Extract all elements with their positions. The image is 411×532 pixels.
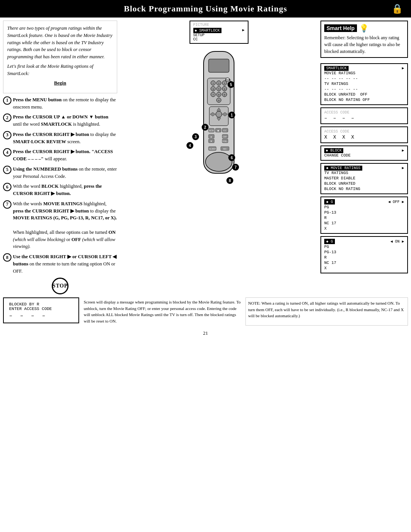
svg-text:1: 1 — [212, 82, 214, 85]
intro-paragraph1: There are two types of program ratings w… — [7, 25, 113, 61]
block-no-rating-row: BLOCK NO RATING OFF — [324, 97, 404, 102]
svg-text:6: 6 — [224, 88, 225, 91]
svg-text:3: 3 — [224, 82, 225, 85]
step-6-number: 6 — [3, 183, 11, 191]
block-highlighted: ◆ BLOCK — [324, 148, 343, 153]
pg13-rating-on: PG-13 — [324, 249, 404, 255]
step-5-text: Using the NUMBERED buttons on the remote… — [13, 166, 117, 180]
g-rating-hl-off: ◆ G — [324, 199, 335, 204]
svg-text:5: 5 — [218, 88, 220, 91]
smartlock-screen-title: SMARTLOCK — [324, 66, 349, 71]
movie-ratings-dashes: -- -- -- -- -- — [324, 76, 404, 81]
svg-rect-1 — [209, 59, 229, 72]
r-rating-off: R — [324, 215, 404, 220]
nc17-rating-on: NC 17 — [324, 260, 404, 265]
access-code-x-label: ACCESS CODE — [324, 129, 404, 134]
step-5-number: 5 — [3, 166, 11, 174]
block-unrated-row: BLOCK UNRATED OFF — [324, 92, 404, 97]
smart-help-box: Smart Help 💡 Remember: Selecting to bloc… — [320, 21, 408, 58]
ratings-g-on-screen: ◆ G ◀ ON ▶ PG PG-13 R NC 17 X — [320, 236, 408, 273]
step-overlay-6: 6 — [228, 154, 235, 161]
tv-ratings-item: TV RATINGS — [324, 170, 404, 176]
lightbulb-icon: 💡 — [359, 24, 369, 33]
svg-point-30 — [216, 111, 222, 117]
blocked-screen: BLOCKED BY R ENTER ACCESS CODE – – – – — [3, 297, 79, 323]
access-code-x-value: X X X X — [324, 134, 404, 141]
change-code-row: CHANGE CODE — [324, 153, 404, 158]
step-8: 8 Use the CURSOR RIGHT ▶ or CURSOR LEFT … — [3, 253, 117, 275]
smartlock-arrow: ▶ — [402, 66, 404, 70]
bottom-screen-area: BLOCKED BY R ENTER ACCESS CODE – – – – — [3, 297, 79, 326]
step-7: 7 With the words MOVIE RATINGS highlight… — [3, 200, 117, 250]
svg-text:▼: ▼ — [210, 140, 212, 142]
cc-label: CC — [193, 37, 245, 42]
x-rating-off: X — [324, 226, 404, 231]
svg-text:7: 7 — [212, 93, 214, 96]
svg-text:MU: MU — [223, 148, 227, 150]
movie-ratings-arrow: ▶ — [402, 166, 404, 170]
setup-label: SETUP — [193, 33, 245, 37]
blocked-by-line: BLOCKED BY R — [9, 302, 73, 307]
svg-text:2: 2 — [218, 82, 220, 85]
bottom-note-right: NOTE: When a rating is turned ON, all hi… — [245, 297, 408, 326]
left-column: There are two types of program ratings w… — [3, 21, 117, 294]
step-4-number: 4 — [3, 148, 11, 157]
middle-column: PICTURE ◆ SMARTLOCK ▶ SETUP CC 1 2 — [120, 21, 317, 294]
remote-diagram: 1 2 3 PWR 4 5 6 7 8 9 0 — [183, 48, 255, 209]
page-number: 21 — [0, 329, 411, 338]
lock-icon: 🔒 — [392, 3, 403, 14]
step-4-text: Press the CURSOR RIGHT ▶ button. "ACCESS… — [13, 148, 117, 163]
step-1-number: 1 — [3, 96, 11, 105]
svg-text:SLEEP: SLEEP — [209, 148, 216, 150]
svg-text:4: 4 — [212, 88, 214, 91]
smartlock-highlighted: ◆ SMARTLOCK — [193, 28, 221, 33]
step-overlay-1: 1 — [228, 112, 235, 118]
step-1-text: Press the MENU button on the remote to d… — [13, 96, 117, 111]
svg-text:PWR: PWR — [225, 79, 230, 81]
access-dashes-bottom: – – – – — [9, 313, 73, 319]
tv-ratings-dashes: -- -- -- -- -- — [324, 86, 404, 92]
block-unrated-item: BLOCK UNRATED — [324, 181, 404, 186]
step-7-text: With the words MOVIE RATINGS highlighted… — [13, 200, 117, 250]
ratings-g-off-screen: ◆ G ◀ OFF ▶ PG PG-13 R NC 17 X — [320, 197, 408, 234]
stop-button-area: STOP — [3, 278, 117, 294]
movie-ratings-hl: ◆ MOVIE RATINGS — [324, 166, 362, 171]
page-title: Block Programming Using Movie Ratings — [124, 4, 287, 13]
step-overlay-3: 3 — [192, 133, 199, 140]
screen1-arrow: ▶ — [242, 28, 244, 32]
step-overlay-2: 2 — [202, 124, 209, 131]
master-disable-row: MASTER DIABLE — [324, 176, 404, 181]
svg-point-49 — [206, 152, 232, 171]
pg-rating-on: PG — [324, 244, 404, 249]
smart-help-text: Remember: Selecting to block any rating … — [324, 34, 404, 55]
step-2: 2 Press the CURSOR UP ▲ or DOWN ▼ button… — [3, 113, 117, 128]
off-indicator: ◀ OFF ▶ — [388, 200, 404, 204]
access-code-dashes: – – – – — [324, 115, 404, 121]
r-rating-on: R — [324, 255, 404, 260]
step-4: 4 Press the CURSOR RIGHT ▶ button. "ACCE… — [3, 148, 117, 163]
nc17-rating-off: NC 17 — [324, 220, 404, 226]
step-3-number: 3 — [3, 131, 11, 139]
block-no-rating-item: BLOCK NO RATING — [324, 186, 404, 192]
svg-text:9: 9 — [224, 93, 225, 96]
bottom-note-left: Screen will display a message when progr… — [82, 297, 242, 326]
svg-text:0: 0 — [218, 99, 220, 102]
access-code-screen-dashes: ACCESS CODE – – – – — [320, 107, 408, 124]
step-2-text: Press the CURSOR UP ▲ or DOWN ▼ button u… — [13, 113, 117, 128]
step-6-text: With the word BLOCK highlighted, press t… — [13, 183, 117, 197]
block-arrow: ▶ — [402, 148, 404, 153]
svg-text:ACH: ACH — [209, 129, 214, 132]
right-column: Smart Help 💡 Remember: Selecting to bloc… — [320, 21, 408, 294]
access-code-screen-x: ACCESS CODE X X X X — [320, 126, 408, 143]
step-6: 6 With the word BLOCK highlighted, press… — [3, 183, 117, 197]
smartlock-screen: SMARTLOCK ▶ MOVIE RATINGS -- -- -- -- --… — [320, 63, 408, 105]
step-7-number: 7 — [3, 200, 11, 209]
page-header: Block Programming Using Movie Ratings 🔒 — [0, 0, 411, 18]
on-indicator: ◀ ON ▶ — [390, 239, 404, 244]
step-overlay-5: 5 — [228, 81, 234, 88]
remote-svg: 1 2 3 PWR 4 5 6 7 8 9 0 — [183, 48, 255, 208]
picture-setup-screen: PICTURE ◆ SMARTLOCK ▶ SETUP CC — [190, 21, 249, 44]
tv-ratings-row: TV RATINGS — [324, 81, 404, 86]
begin-label: Begin — [7, 79, 113, 87]
step-3-text: Press the CURSOR RIGHT ▶ button to displ… — [13, 131, 117, 145]
